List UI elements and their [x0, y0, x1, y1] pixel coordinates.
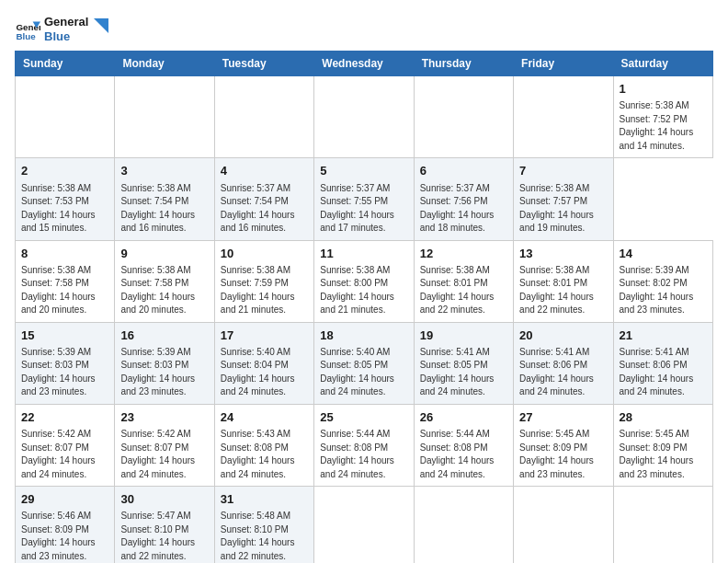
calendar-day: 15Sunrise: 5:39 AMSunset: 8:03 PMDayligh… [16, 322, 115, 404]
calendar-day: 6Sunrise: 5:37 AMSunset: 7:56 PMDaylight… [414, 158, 513, 240]
day-number: 3 [120, 163, 208, 179]
day-info: Sunrise: 5:47 AMSunset: 8:10 PMDaylight:… [120, 510, 208, 563]
header-sunday: Sunday [16, 52, 115, 76]
header-wednesday: Wednesday [314, 52, 414, 76]
calendar-day: 22Sunrise: 5:42 AMSunset: 8:07 PMDayligh… [16, 404, 115, 486]
day-number: 18 [320, 327, 407, 344]
calendar-week-row: 1Sunrise: 5:38 AMSunset: 7:52 PMDaylight… [16, 76, 713, 158]
calendar-day: 26Sunrise: 5:44 AMSunset: 8:08 PMDayligh… [414, 404, 513, 486]
day-number: 6 [420, 163, 507, 179]
day-number: 15 [21, 327, 108, 344]
day-info: Sunrise: 5:43 AMSunset: 8:08 PMDaylight:… [221, 428, 308, 481]
day-number: 29 [21, 491, 108, 508]
day-info: Sunrise: 5:37 AMSunset: 7:54 PMDaylight:… [221, 182, 308, 236]
day-info: Sunrise: 5:40 AMSunset: 8:05 PMDaylight:… [320, 346, 407, 399]
calendar-day: 31Sunrise: 5:48 AMSunset: 8:10 PMDayligh… [214, 487, 313, 563]
day-info: Sunrise: 5:38 AMSunset: 8:00 PMDaylight:… [320, 264, 407, 317]
calendar-day [314, 487, 414, 563]
day-number: 17 [221, 327, 308, 344]
day-number: 30 [120, 491, 208, 508]
svg-marker-3 [94, 18, 108, 33]
calendar-day: 10Sunrise: 5:38 AMSunset: 7:59 PMDayligh… [214, 240, 313, 322]
day-number: 13 [519, 246, 607, 262]
day-info: Sunrise: 5:40 AMSunset: 8:04 PMDaylight:… [221, 346, 308, 399]
page-header: General Blue General Blue [15, 15, 713, 43]
day-info: Sunrise: 5:41 AMSunset: 8:06 PMDaylight:… [620, 346, 707, 399]
day-number: 19 [420, 327, 507, 344]
calendar-day: 7Sunrise: 5:38 AMSunset: 7:57 PMDaylight… [514, 158, 613, 240]
calendar-day: 20Sunrise: 5:41 AMSunset: 8:06 PMDayligh… [514, 322, 613, 404]
day-number: 22 [21, 409, 108, 426]
day-number: 7 [519, 163, 607, 179]
calendar-day: 27Sunrise: 5:45 AMSunset: 8:09 PMDayligh… [514, 404, 613, 486]
day-number: 25 [320, 409, 407, 426]
day-info: Sunrise: 5:39 AMSunset: 8:02 PMDaylight:… [620, 264, 707, 317]
calendar-week-row: 22Sunrise: 5:42 AMSunset: 8:07 PMDayligh… [16, 404, 713, 486]
day-number: 14 [620, 246, 707, 262]
day-number: 31 [221, 491, 308, 508]
day-info: Sunrise: 5:44 AMSunset: 8:08 PMDaylight:… [320, 428, 407, 481]
calendar-day: 3Sunrise: 5:38 AMSunset: 7:54 PMDaylight… [115, 158, 214, 240]
calendar-day: 23Sunrise: 5:42 AMSunset: 8:07 PMDayligh… [115, 404, 214, 486]
day-info: Sunrise: 5:48 AMSunset: 8:10 PMDaylight:… [221, 510, 308, 563]
calendar-day: 8Sunrise: 5:38 AMSunset: 7:58 PMDaylight… [16, 240, 115, 322]
day-info: Sunrise: 5:42 AMSunset: 8:07 PMDaylight:… [120, 428, 208, 481]
day-info: Sunrise: 5:38 AMSunset: 7:53 PMDaylight:… [21, 182, 108, 236]
calendar-day: 29Sunrise: 5:46 AMSunset: 8:09 PMDayligh… [16, 487, 115, 563]
day-number: 5 [320, 163, 407, 179]
day-info: Sunrise: 5:44 AMSunset: 8:08 PMDaylight:… [420, 428, 507, 481]
calendar-table: SundayMondayTuesdayWednesdayThursdayFrid… [15, 51, 713, 563]
calendar-week-row: 2Sunrise: 5:38 AMSunset: 7:53 PMDaylight… [16, 158, 713, 240]
day-number: 26 [420, 409, 507, 426]
svg-text:Blue: Blue [16, 31, 36, 41]
day-info: Sunrise: 5:38 AMSunset: 7:54 PMDaylight:… [120, 182, 208, 236]
day-info: Sunrise: 5:38 AMSunset: 7:58 PMDaylight:… [21, 264, 108, 317]
header-tuesday: Tuesday [214, 52, 313, 76]
header-saturday: Saturday [613, 52, 712, 76]
day-number: 2 [21, 163, 108, 179]
calendar-day: 17Sunrise: 5:40 AMSunset: 8:04 PMDayligh… [214, 322, 313, 404]
day-number: 23 [120, 409, 208, 426]
calendar-day: 11Sunrise: 5:38 AMSunset: 8:00 PMDayligh… [314, 240, 414, 322]
day-number: 20 [519, 327, 607, 344]
day-info: Sunrise: 5:38 AMSunset: 7:59 PMDaylight:… [221, 264, 308, 317]
calendar-day: 24Sunrise: 5:43 AMSunset: 8:08 PMDayligh… [214, 404, 313, 486]
calendar-day: 1Sunrise: 5:38 AMSunset: 7:52 PMDaylight… [613, 76, 712, 158]
day-number: 24 [221, 409, 308, 426]
calendar-day: 12Sunrise: 5:38 AMSunset: 8:01 PMDayligh… [414, 240, 513, 322]
blue-triangle-icon [90, 18, 108, 37]
day-number: 28 [620, 409, 707, 426]
calendar-day: 21Sunrise: 5:41 AMSunset: 8:06 PMDayligh… [613, 322, 712, 404]
day-number: 27 [519, 409, 607, 426]
logo: General Blue General Blue [15, 15, 108, 43]
day-number: 16 [120, 327, 208, 344]
empty-cell [514, 76, 613, 158]
day-info: Sunrise: 5:37 AMSunset: 7:56 PMDaylight:… [420, 182, 507, 236]
day-info: Sunrise: 5:37 AMSunset: 7:55 PMDaylight:… [320, 182, 407, 236]
calendar-day [414, 487, 513, 563]
day-info: Sunrise: 5:38 AMSunset: 7:57 PMDaylight:… [519, 182, 607, 236]
day-number: 4 [221, 163, 308, 179]
calendar-week-row: 15Sunrise: 5:39 AMSunset: 8:03 PMDayligh… [16, 322, 713, 404]
day-number: 1 [620, 81, 707, 98]
calendar-day: 5Sunrise: 5:37 AMSunset: 7:55 PMDaylight… [314, 158, 414, 240]
day-info: Sunrise: 5:38 AMSunset: 7:58 PMDaylight:… [120, 264, 208, 317]
calendar-day: 9Sunrise: 5:38 AMSunset: 7:58 PMDaylight… [115, 240, 214, 322]
day-info: Sunrise: 5:41 AMSunset: 8:06 PMDaylight:… [519, 346, 607, 399]
calendar-day: 16Sunrise: 5:39 AMSunset: 8:03 PMDayligh… [115, 322, 214, 404]
empty-cell [214, 76, 313, 158]
calendar-day: 4Sunrise: 5:37 AMSunset: 7:54 PMDaylight… [214, 158, 313, 240]
day-info: Sunrise: 5:38 AMSunset: 7:52 PMDaylight:… [620, 99, 707, 153]
empty-cell [16, 76, 115, 158]
empty-cell [314, 76, 414, 158]
day-info: Sunrise: 5:42 AMSunset: 8:07 PMDaylight:… [21, 428, 108, 481]
day-info: Sunrise: 5:46 AMSunset: 8:09 PMDaylight:… [21, 510, 108, 563]
calendar-day: 19Sunrise: 5:41 AMSunset: 8:05 PMDayligh… [414, 322, 513, 404]
day-number: 9 [120, 246, 208, 262]
day-info: Sunrise: 5:39 AMSunset: 8:03 PMDaylight:… [120, 346, 208, 399]
day-info: Sunrise: 5:38 AMSunset: 8:01 PMDaylight:… [519, 264, 607, 317]
calendar-week-row: 29Sunrise: 5:46 AMSunset: 8:09 PMDayligh… [16, 487, 713, 563]
day-number: 11 [320, 246, 407, 262]
empty-cell [414, 76, 513, 158]
day-info: Sunrise: 5:39 AMSunset: 8:03 PMDaylight:… [21, 346, 108, 399]
